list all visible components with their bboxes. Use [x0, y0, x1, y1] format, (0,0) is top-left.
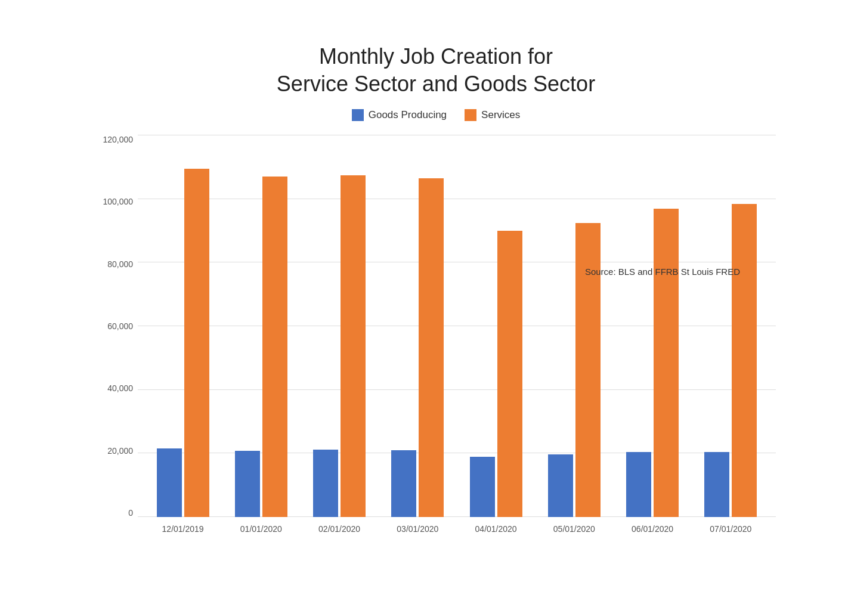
bar-goods	[704, 452, 729, 517]
x-axis-label: 12/01/2019	[153, 524, 213, 534]
chart-title: Monthly Job Creation for Service Sector …	[96, 43, 776, 99]
bar-pair	[391, 135, 444, 517]
bar-services	[184, 169, 209, 517]
bar-group	[548, 135, 601, 517]
bar-pair	[704, 135, 757, 517]
y-axis-label: 40,000	[107, 384, 133, 392]
bars-row	[138, 135, 776, 517]
bar-goods	[470, 457, 495, 517]
legend-goods-label: Goods Producing	[369, 109, 447, 121]
grid-and-bars	[138, 135, 776, 517]
bar-group	[391, 135, 444, 517]
x-axis-label: 03/01/2020	[388, 524, 447, 534]
bar-services	[497, 231, 522, 517]
bar-services	[262, 177, 287, 517]
bar-group	[704, 135, 757, 517]
chart-title-line1: Monthly Job Creation for	[319, 44, 553, 69]
bar-group	[470, 135, 522, 517]
bar-goods	[391, 450, 416, 518]
bar-services	[419, 178, 444, 517]
bar-pair	[235, 135, 287, 517]
bar-group	[626, 135, 679, 517]
legend-item-goods: Goods Producing	[352, 109, 447, 121]
bar-services	[341, 175, 366, 517]
bar-group	[313, 135, 366, 517]
y-axis-label: 20,000	[107, 447, 133, 455]
y-axis: 020,00040,00060,00080,000100,000120,000	[96, 135, 138, 517]
bar-goods	[626, 452, 651, 517]
y-axis-label: 60,000	[107, 322, 133, 330]
x-labels: 12/01/201901/01/202002/01/202003/01/2020…	[138, 517, 776, 541]
bar-pair	[626, 135, 679, 517]
bar-pair	[470, 135, 522, 517]
bar-pair	[157, 135, 209, 517]
chart-area: 020,00040,00060,00080,000100,000120,000 …	[96, 135, 776, 541]
y-axis-label: 0	[128, 509, 133, 517]
bar-goods	[548, 454, 573, 518]
x-axis-label: 02/01/2020	[310, 524, 369, 534]
x-axis-label: 05/01/2020	[544, 524, 604, 534]
chart-title-line2: Service Sector and Goods Sector	[277, 72, 595, 96]
legend-item-services: Services	[465, 109, 520, 121]
y-axis-label: 120,000	[103, 135, 133, 144]
bar-pair	[548, 135, 601, 517]
x-axis-label: 07/01/2020	[701, 524, 760, 534]
bar-pair	[313, 135, 366, 517]
bar-services	[732, 204, 757, 517]
y-axis-label: 80,000	[107, 260, 133, 268]
legend: Goods Producing Services	[96, 109, 776, 121]
x-axis-label: 06/01/2020	[623, 524, 682, 534]
bar-goods	[157, 448, 182, 517]
bar-group	[157, 135, 209, 517]
legend-services-label: Services	[481, 109, 520, 121]
services-color-swatch	[465, 109, 476, 121]
bar-goods	[235, 451, 260, 517]
bar-group	[235, 135, 287, 517]
chart-container: Monthly Job Creation for Service Sector …	[36, 25, 812, 592]
x-axis-label: 04/01/2020	[466, 524, 526, 534]
bar-services	[654, 209, 679, 517]
y-axis-label: 100,000	[103, 197, 133, 206]
source-note: Source: BLS and FFRB St Louis FRED	[585, 267, 740, 277]
goods-color-swatch	[352, 109, 364, 121]
bar-goods	[313, 450, 338, 517]
x-axis-label: 01/01/2020	[231, 524, 291, 534]
